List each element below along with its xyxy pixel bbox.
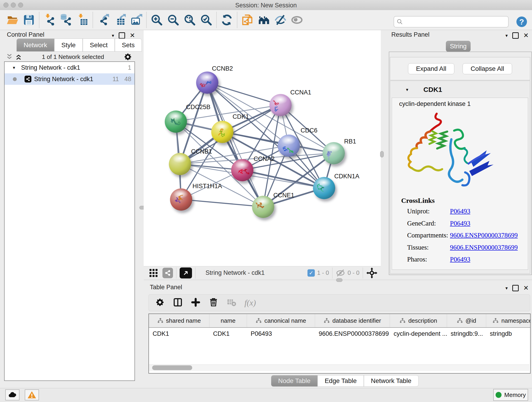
results-panel-float-icon[interactable] <box>512 32 519 39</box>
scrollbar-thumb[interactable] <box>152 365 192 370</box>
selected-checkbox-icon[interactable]: ✓ <box>307 269 315 277</box>
column-header-namespace[interactable]: namespace <box>486 314 531 327</box>
right-splitter-handle[interactable] <box>380 151 384 157</box>
memory-button[interactable]: Memory <box>493 389 528 401</box>
expand-all-button[interactable]: Expand All <box>408 63 454 74</box>
network-view-mode-icon[interactable] <box>162 268 173 278</box>
column-header-shared-name[interactable]: shared name <box>149 314 209 327</box>
network-view-canvas[interactable]: CCNB2CCNA1CDC25BCDK1CDC6RB1CCNB1CCNA2CDK… <box>144 30 381 266</box>
network-collection-row[interactable]: ▾ String Network - cdk1 1 <box>5 62 134 73</box>
tab-network[interactable]: Network <box>17 38 54 51</box>
delete-column-icon[interactable] <box>209 298 218 308</box>
node-ccnb2[interactable] <box>196 71 218 94</box>
show-all-icon[interactable] <box>289 12 305 28</box>
table-panel-float-icon[interactable] <box>512 285 519 291</box>
import-table-file-icon[interactable] <box>74 12 91 28</box>
export-image-icon[interactable] <box>128 12 144 28</box>
node-ccne1[interactable] <box>252 196 274 218</box>
crosslink-link[interactable]: P06493 <box>450 255 470 263</box>
export-table-icon[interactable] <box>111 12 128 28</box>
save-session-icon[interactable] <box>21 12 37 28</box>
crosslink-link[interactable]: P06493 <box>450 207 470 215</box>
control-panel-collapse-icon[interactable]: ▾ <box>112 33 114 38</box>
table-cell[interactable]: P06493 <box>247 328 315 340</box>
zoom-out-icon[interactable] <box>165 12 181 28</box>
network-row[interactable]: String Network - cdk1 11 48 <box>5 73 134 85</box>
table-cell[interactable]: CDK1 <box>209 328 247 340</box>
warnings-button[interactable] <box>25 389 39 400</box>
control-panel-close-icon[interactable]: ✕ <box>130 32 135 39</box>
column-header-description[interactable]: description <box>390 314 447 327</box>
import-network-database-icon[interactable] <box>58 12 74 28</box>
gene-section-collapse-icon[interactable]: ▾ <box>406 87 408 92</box>
column-header--id[interactable]: @id <box>447 314 486 327</box>
search-input[interactable] <box>405 18 508 25</box>
bottom-splitter-handle[interactable] <box>336 278 342 282</box>
node-ccnb1[interactable] <box>169 153 191 175</box>
tab-network-table[interactable]: Network Table <box>364 375 418 387</box>
add-column-icon[interactable] <box>191 298 201 308</box>
control-panel-float-icon[interactable] <box>119 32 125 39</box>
tab-edge-table[interactable]: Edge Table <box>317 375 364 387</box>
collapse-all-tree-icon[interactable] <box>6 53 13 61</box>
collapse-all-button[interactable]: Collapse All <box>462 63 512 74</box>
show-neighborhood-icon[interactable] <box>256 12 272 28</box>
zoom-selected-icon[interactable] <box>198 12 215 28</box>
protein-structure-image <box>402 109 494 194</box>
show-columns-icon[interactable] <box>173 298 183 308</box>
node-cdk1[interactable] <box>211 121 234 143</box>
crosslink-link[interactable]: 9606.ENSP00000378699 <box>450 244 518 251</box>
node-ccna2[interactable] <box>231 159 253 181</box>
cloud-button[interactable] <box>5 389 19 400</box>
tab-style[interactable]: Style <box>54 38 83 51</box>
table-cell[interactable]: CDK1 <box>149 328 209 340</box>
results-panel-collapse-icon[interactable]: ▾ <box>505 33 508 38</box>
apply-layout-icon[interactable] <box>219 12 235 28</box>
zoom-fit-icon[interactable] <box>181 12 198 28</box>
table-header-row: shared namenamecanonical namedatabase id… <box>149 314 530 328</box>
table-panel-collapse-icon[interactable]: ▾ <box>505 285 508 291</box>
crosslink-link[interactable]: P06493 <box>450 220 470 227</box>
search-box[interactable] <box>394 16 509 27</box>
table-horizontal-scrollbar[interactable] <box>149 364 529 371</box>
table-cell[interactable]: stringdb:9... <box>447 328 486 340</box>
table-panel-close-icon[interactable]: ✕ <box>523 284 529 292</box>
table-cell[interactable]: stringdb <box>486 328 531 340</box>
table-cell[interactable]: cyclin-dependent ... <box>390 328 447 340</box>
table-cell[interactable]: 9606.ENSP00000378699 <box>315 328 390 340</box>
expand-all-tree-icon[interactable] <box>15 53 22 61</box>
hidden-eye-icon <box>336 268 345 278</box>
results-panel-close-icon[interactable]: ✕ <box>523 32 529 39</box>
node-hist1h1a[interactable] <box>170 188 192 211</box>
protein-ribbon-thumbnail <box>199 76 215 91</box>
export-network-icon[interactable] <box>95 12 111 28</box>
node-cdkn1a[interactable] <box>313 177 335 199</box>
table-row[interactable]: CDK1CDK1P064939606.ENSP00000378699cyclin… <box>149 328 530 340</box>
search-icon <box>396 18 403 25</box>
node-label-rb1: RB1 <box>344 138 356 145</box>
crosslink-link[interactable]: 9606.ENSP00000378699 <box>450 231 518 239</box>
help-button[interactable]: ? <box>516 17 527 27</box>
grid-mode-icon[interactable] <box>148 268 159 278</box>
column-header-canonical-name[interactable]: canonical name <box>247 314 315 327</box>
network-options-gear-icon[interactable] <box>123 52 132 61</box>
zoom-in-icon[interactable] <box>148 12 165 28</box>
hide-selected-icon[interactable] <box>272 12 289 28</box>
column-header-database-identifier[interactable]: database identifier <box>315 314 390 327</box>
tab-string[interactable]: String <box>446 41 471 52</box>
table-settings-gear-icon[interactable] <box>155 298 165 308</box>
open-file-icon[interactable] <box>4 12 21 28</box>
detach-view-icon[interactable] <box>180 268 192 279</box>
node-cdc25b[interactable] <box>165 110 187 133</box>
cytoscape-web-icon[interactable] <box>239 12 256 28</box>
tab-node-table[interactable]: Node Table <box>271 375 317 387</box>
node-cdc6[interactable] <box>278 134 300 157</box>
import-network-file-icon[interactable] <box>41 12 58 28</box>
node-rb1[interactable] <box>323 142 345 164</box>
node-label-ccnb1: CCNB1 <box>191 148 212 155</box>
tab-sets[interactable]: Sets <box>115 38 142 51</box>
tab-select[interactable]: Select <box>83 38 115 51</box>
node-ccna1[interactable] <box>269 94 292 116</box>
column-header-name[interactable]: name <box>209 314 247 327</box>
fit-selected-crosshair-icon[interactable] <box>366 267 378 279</box>
